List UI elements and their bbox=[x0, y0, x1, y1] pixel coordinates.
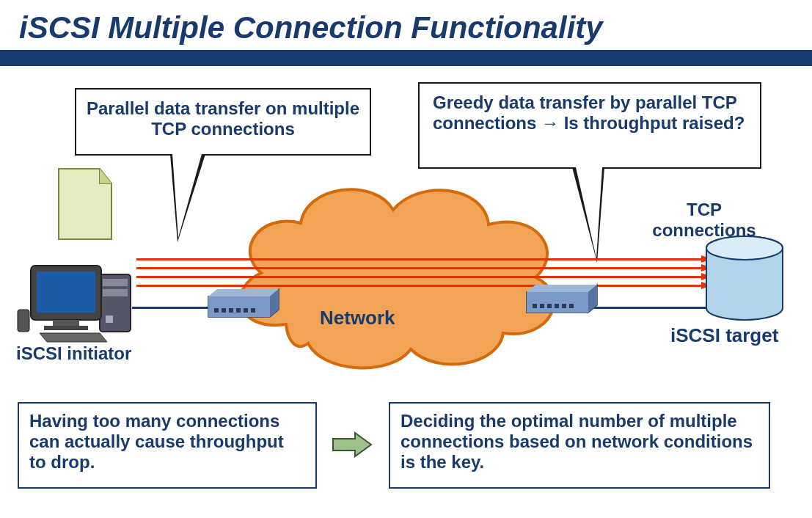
sticky-note-icon bbox=[57, 167, 113, 241]
network-label: Network bbox=[320, 307, 395, 329]
tcp-connection-line-4 bbox=[136, 285, 703, 287]
implication-arrow-icon bbox=[332, 431, 373, 458]
svg-rect-23 bbox=[540, 304, 544, 308]
svg-rect-5 bbox=[37, 271, 95, 313]
svg-rect-2 bbox=[103, 289, 128, 296]
initiator-label: iSCSI initiator bbox=[16, 343, 131, 364]
slide-title: iSCSI Multiple Connection Functionality bbox=[0, 0, 812, 50]
svg-rect-26 bbox=[562, 304, 566, 308]
svg-rect-24 bbox=[547, 304, 552, 308]
switch-left-icon bbox=[207, 288, 280, 318]
svg-rect-1 bbox=[103, 279, 128, 286]
svg-rect-17 bbox=[222, 308, 226, 313]
statement-optimal-connections: Deciding the optimal number of multiple … bbox=[389, 402, 770, 489]
svg-rect-6 bbox=[53, 320, 79, 326]
tcp-connection-line-2 bbox=[136, 267, 703, 269]
tcp-connection-line-3 bbox=[136, 276, 703, 278]
svg-rect-16 bbox=[214, 308, 219, 313]
tcp-connection-line-1 bbox=[136, 258, 703, 260]
callout-greedy-transfer: Greedy data transfer by parallel TCP con… bbox=[418, 82, 761, 169]
svg-rect-25 bbox=[555, 304, 559, 308]
svg-rect-3 bbox=[106, 315, 113, 323]
target-label: iSCSI target bbox=[670, 324, 778, 347]
svg-rect-18 bbox=[229, 308, 233, 313]
storage-cylinder-icon bbox=[704, 235, 785, 323]
svg-rect-22 bbox=[533, 304, 537, 308]
callout-parallel-transfer: Parallel data transfer on multiple TCP c… bbox=[75, 88, 371, 156]
svg-rect-19 bbox=[236, 308, 241, 313]
computer-icon bbox=[15, 242, 138, 345]
svg-rect-8 bbox=[18, 310, 29, 332]
switch-right-icon bbox=[525, 283, 599, 314]
title-underline-bar bbox=[0, 50, 812, 66]
svg-rect-27 bbox=[569, 304, 574, 308]
svg-rect-21 bbox=[251, 308, 255, 313]
svg-rect-7 bbox=[44, 326, 88, 330]
svg-point-29 bbox=[706, 236, 783, 260]
statement-too-many-connections: Having too many connections can actually… bbox=[18, 402, 317, 489]
svg-rect-20 bbox=[244, 308, 248, 313]
